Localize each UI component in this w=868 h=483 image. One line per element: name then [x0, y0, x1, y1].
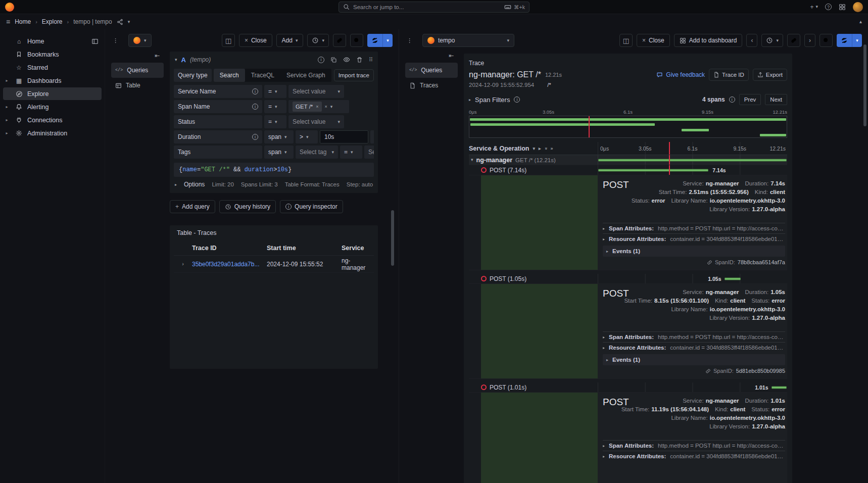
help-icon[interactable]: ?: [825, 4, 832, 10]
delete-query-icon[interactable]: [356, 57, 363, 63]
clear-value-icon[interactable]: ×: [325, 104, 327, 109]
time-picker-button[interactable]: ▾: [307, 34, 329, 47]
add-to-dashboard-button[interactable]: Add to dashboard: [674, 34, 743, 47]
hide-query-icon[interactable]: [343, 56, 350, 63]
chevron-right-icon[interactable]: ▸: [3, 105, 11, 109]
drag-handle-icon[interactable]: ⠿: [369, 57, 373, 63]
span-row-root[interactable]: ▾ ng-manager GET /* (12.21s): [469, 155, 787, 165]
collapse-bar-icon[interactable]: ▴: [859, 19, 862, 24]
span-row-post-1[interactable]: POST (7.14s) 7.14s: [469, 165, 787, 175]
table-row[interactable]: › 35be0f3d29a01adda7b... 2024-12-09 15:5…: [174, 256, 374, 273]
content-outline-icon[interactable]: [405, 34, 418, 47]
chevron-down-icon[interactable]: ▾: [175, 58, 177, 62]
trace-id-button[interactable]: Trace ID: [709, 69, 749, 81]
import-trace-button[interactable]: Import trace: [334, 69, 374, 81]
col-trace-id[interactable]: Trace ID: [192, 245, 267, 252]
add-button[interactable]: Add▾: [276, 34, 304, 47]
sidebar-item-home[interactable]: ⌂ Home: [3, 35, 102, 47]
apps-grid-icon[interactable]: [839, 4, 846, 11]
export-button[interactable]: Export: [753, 69, 787, 81]
tags-value-select[interactable]: Select va: [364, 146, 374, 159]
mega-menu-icon[interactable]: ≡: [6, 18, 10, 25]
minimap-canvas[interactable]: [469, 116, 787, 138]
tab-traceql[interactable]: TraceQL: [245, 69, 280, 82]
chevron-down-icon[interactable]: ▾: [128, 20, 130, 24]
info-icon[interactable]: i: [252, 88, 258, 94]
span-bar[interactable]: [725, 277, 741, 280]
events-toggle[interactable]: ▸Events (1): [603, 354, 785, 365]
query-info-icon[interactable]: i: [318, 57, 324, 63]
duration-max-operator-select[interactable]: <: [370, 130, 374, 143]
query-options-summary[interactable]: ▸ Options Limit: 20 Spans Limit: 3 Table…: [174, 181, 374, 188]
run-query-button[interactable]: ▾: [837, 34, 862, 47]
span-attributes-toggle[interactable]: ▸Span Attributes:http.method = POST http…: [603, 223, 785, 233]
dock-menu-icon[interactable]: [91, 38, 99, 45]
grafana-logo-icon[interactable]: [5, 3, 14, 12]
duration-value-input[interactable]: [320, 130, 368, 143]
status-operator-select[interactable]: =▾: [264, 115, 286, 128]
share-icon[interactable]: [117, 19, 123, 25]
user-avatar[interactable]: [853, 2, 863, 12]
span-name-value-select[interactable]: GET /*× × ▾: [288, 100, 349, 113]
run-options-caret[interactable]: ▾: [852, 34, 862, 47]
query-row-header[interactable]: ▾ A (tempo) i ⠿: [170, 52, 378, 68]
add-query-button[interactable]: +Add query: [170, 200, 215, 213]
content-outline-icon[interactable]: [111, 34, 124, 47]
sidebar-item-bookmarks[interactable]: Bookmarks: [3, 48, 102, 61]
datasource-picker[interactable]: tempo ▾: [422, 34, 514, 47]
time-picker-button[interactable]: ▾: [761, 34, 783, 47]
info-icon[interactable]: i: [729, 96, 735, 103]
resource-attributes-toggle[interactable]: ▸Resource Attributes:container.id = 304f…: [603, 233, 785, 244]
span-filters-toggle[interactable]: ▸ Span Filters i: [469, 96, 520, 104]
global-search[interactable]: ⌘+k: [339, 2, 529, 13]
tab-service-graph[interactable]: Service Graph: [280, 69, 331, 82]
close-pane-button[interactable]: ×Close: [239, 34, 272, 47]
tags-operator-select[interactable]: =▾: [340, 146, 362, 159]
chevron-right-icon[interactable]: ▸: [3, 131, 11, 135]
collapse-outline-icon[interactable]: ⇤: [155, 53, 160, 59]
info-icon[interactable]: i: [252, 104, 258, 110]
status-value-select[interactable]: Select value▾: [288, 115, 344, 128]
sidebar-item-alerting[interactable]: ▸ Alerting: [3, 101, 102, 113]
info-icon[interactable]: i: [252, 134, 258, 140]
span-row-post-2[interactable]: POST (1.05s) 1.05s: [469, 274, 787, 284]
span-subtree-highlight[interactable]: [481, 393, 598, 483]
give-feedback-link[interactable]: Give feedback: [656, 71, 705, 78]
span-bar[interactable]: [598, 159, 787, 161]
outline-item-table[interactable]: Table: [111, 78, 164, 93]
expand-row-icon[interactable]: ›: [174, 261, 192, 267]
chevron-right-ic[interactable]: ▸: [3, 118, 11, 122]
breadcrumb-home[interactable]: Home: [15, 18, 31, 25]
col-service[interactable]: Service: [342, 245, 374, 252]
zoom-out-icon[interactable]: [819, 34, 833, 47]
remove-chip-icon[interactable]: ×: [316, 104, 318, 109]
resource-attributes-toggle[interactable]: ▸Resource Attributes:container.id = 304f…: [603, 342, 785, 353]
collapse-all-icon[interactable]: »: [543, 147, 548, 150]
span-row-post-3[interactable]: POST (1.01s) 1.01s: [469, 382, 787, 393]
expand-all-icon[interactable]: »: [551, 146, 553, 151]
run-options-caret[interactable]: ▾: [382, 34, 393, 47]
new-menu-button[interactable]: +▾: [810, 4, 818, 10]
trace-id-link[interactable]: 35be0f3d29a01adda7b...: [192, 261, 267, 268]
search-input[interactable]: [353, 4, 501, 10]
split-pane-icon[interactable]: ◫: [619, 34, 633, 47]
datasource-picker[interactable]: ▾: [128, 34, 152, 47]
copy-query-icon[interactable]: [330, 57, 337, 63]
breadcrumb-explore[interactable]: Explore: [42, 18, 63, 25]
copy-link-icon[interactable]: [333, 34, 346, 47]
duration-operator-select[interactable]: >▾: [296, 130, 318, 143]
close-pane-button[interactable]: ×Close: [637, 34, 670, 47]
span-name-operator-select[interactable]: =▾: [264, 100, 286, 113]
sidebar-item-starred[interactable]: ☆ Starred: [3, 61, 102, 74]
sidebar-item-connections[interactable]: ▸ Connections: [3, 114, 102, 126]
chevron-down-icon[interactable]: ▾: [533, 146, 536, 151]
breadcrumb-current[interactable]: tempo | tempo: [73, 18, 112, 25]
span-id-value[interactable]: 5d81ebc850b09985: [736, 368, 785, 374]
tags-scope-select[interactable]: span▾: [264, 146, 294, 159]
right-pane-scrollbar[interactable]: [863, 44, 866, 126]
duration-scope-select[interactable]: span▾: [264, 130, 294, 143]
query-inspector-button[interactable]: iQuery inspector: [280, 200, 343, 213]
tags-key-select[interactable]: Select tag▾: [296, 146, 338, 159]
left-pane-scrollbar[interactable]: [391, 210, 394, 266]
outline-item-queries[interactable]: </> Queries: [111, 63, 164, 78]
